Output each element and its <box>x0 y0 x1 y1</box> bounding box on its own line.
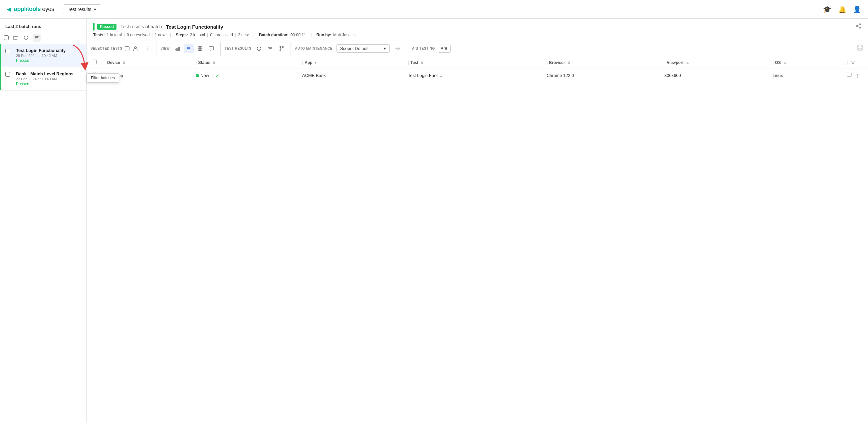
th-app[interactable]: |App ↑ <box>297 56 403 69</box>
batch-header: Passed Test results of batch: Test Login… <box>87 19 868 41</box>
comment-button[interactable] <box>847 72 852 79</box>
row-actions-cell: ⋮ <box>841 69 868 82</box>
batch-label: Test results of batch: <box>121 24 163 29</box>
status-text: New <box>200 73 209 78</box>
svg-rect-13 <box>198 47 200 48</box>
refresh-batches-button[interactable] <box>22 34 30 41</box>
sidebar-toolbar <box>0 32 86 44</box>
svg-rect-25 <box>847 73 852 76</box>
scope-dropdown[interactable]: Scope: Default ▾ <box>337 44 390 53</box>
view-label: VIEW <box>160 47 170 50</box>
th-viewport[interactable]: |Viewport ⇅ <box>659 56 767 69</box>
batch-date-1: 29 Feb 2024 at 10:42 AM <box>16 54 81 58</box>
academy-icon[interactable]: 🎓 <box>823 5 831 13</box>
save-button[interactable] <box>852 41 868 55</box>
batch-item-content-1: Test Login Functionality 29 Feb 2024 at … <box>13 48 81 63</box>
nav-icons: 🎓 🔔 👤 <box>823 5 861 13</box>
th-browser[interactable]: |Browser ⇅ <box>541 56 659 69</box>
share-button[interactable] <box>855 23 861 31</box>
runby-label: Run by: <box>316 33 332 37</box>
svg-rect-16 <box>200 49 202 51</box>
forward-button[interactable] <box>393 44 404 53</box>
bell-icon[interactable]: 🔔 <box>838 5 846 13</box>
delete-batch-button[interactable] <box>11 34 19 41</box>
svg-point-1 <box>859 24 861 25</box>
results-table: Device ⇅ |Status ⇅ |App ↑ |Test ⇅ |Brows <box>87 56 868 82</box>
status-indicator: New | ✓ <box>196 73 219 78</box>
passed-indicator <box>93 23 95 31</box>
chevron-down-icon: ▾ <box>94 7 96 12</box>
ab-testing-button[interactable]: A/B <box>438 45 451 53</box>
status-dot <box>196 74 199 77</box>
svg-point-20 <box>280 50 281 51</box>
top-nav: ◀ applitools eyes Test results ▾ 🎓 🔔 👤 <box>0 0 868 19</box>
th-device[interactable]: Device ⇅ <box>102 56 190 69</box>
comment-view-button[interactable] <box>206 44 216 53</box>
auto-maintenance-label: AUTO MAINTENANCE <box>295 47 333 50</box>
steps-total: 2 in total <box>190 33 205 37</box>
svg-rect-0 <box>13 37 17 40</box>
svg-line-5 <box>857 26 859 27</box>
batch-item-login[interactable]: Test Login Functionality 29 Feb 2024 at … <box>0 44 86 67</box>
svg-rect-21 <box>858 45 862 50</box>
svg-point-2 <box>856 25 857 27</box>
grid-view-button[interactable] <box>195 44 205 53</box>
main-layout: Last 2 batch runs <box>0 19 868 423</box>
tests-total: 1 in total <box>106 33 122 37</box>
batch-title-2: Bank - Match Level Regions <box>16 71 81 76</box>
row-viewport: 800x600 <box>659 69 767 82</box>
th-status[interactable]: |Status ⇅ <box>190 56 297 69</box>
batch-checkbox-2[interactable] <box>5 72 10 77</box>
batch-title-row: Passed Test results of batch: Test Login… <box>93 23 861 31</box>
add-person-button[interactable] <box>131 44 141 53</box>
steps-unresolved: 0 unresolved <box>210 33 233 37</box>
bar-chart-view-button[interactable] <box>173 44 182 53</box>
svg-rect-17 <box>209 47 214 50</box>
more-options-button[interactable]: ⋮ <box>142 44 152 53</box>
batch-name: Test Login Functionality <box>166 24 223 30</box>
user-icon[interactable]: 👤 <box>853 5 861 13</box>
steps-label: Steps: <box>176 33 188 37</box>
th-test[interactable]: |Test ⇅ <box>403 56 541 69</box>
tests-label: Tests: <box>93 33 104 37</box>
list-view-button[interactable] <box>184 44 194 53</box>
svg-rect-9 <box>178 47 179 51</box>
tests-unresolved: 0 unresolved <box>127 33 150 37</box>
duration-value: 00:00:11 <box>290 33 306 37</box>
th-settings[interactable]: | <box>841 56 868 69</box>
batch-item-bank[interactable]: Bank - Match Level Regions 22 Feb 2024 a… <box>0 67 86 91</box>
branch-button[interactable] <box>277 44 286 53</box>
svg-rect-8 <box>177 48 178 51</box>
duration-label: Batch duration: <box>259 33 288 37</box>
filter-results-button[interactable] <box>265 44 275 53</box>
status-checkmark-icon: ✓ <box>215 73 219 78</box>
select-all-tests-checkbox[interactable] <box>125 46 129 51</box>
row-os: Linux <box>767 69 841 82</box>
tests-new: 1 new <box>155 33 165 37</box>
row-browser: Chrome 122.0 <box>541 69 659 82</box>
row-status: New | ✓ <box>190 69 297 82</box>
batch-status-1: Passed <box>16 58 81 63</box>
row-actions: ⋮ <box>847 72 863 79</box>
svg-line-4 <box>857 25 859 26</box>
test-results-label: TEST RESULTS <box>225 47 251 50</box>
batch-item-content-2: Bank - Match Level Regions 22 Feb 2024 a… <box>13 71 81 86</box>
svg-rect-15 <box>198 49 200 51</box>
row-more-button[interactable]: ⋮ <box>855 73 860 78</box>
scope-chevron-icon: ▾ <box>384 46 386 51</box>
batch-status-bar-2 <box>0 67 1 90</box>
batch-status-bar <box>0 44 1 67</box>
svg-point-3 <box>859 27 861 28</box>
refresh-results-button[interactable] <box>254 44 264 53</box>
th-os[interactable]: |OS ⇅ <box>767 56 841 69</box>
view-dropdown[interactable]: Test results ▾ <box>63 4 101 14</box>
logo-brand: applitools <box>14 6 41 12</box>
content-area: Passed Test results of batch: Test Login… <box>87 19 868 423</box>
table-row: Desktop New | ✓ ACME Bank Test Login Fun… <box>87 69 868 82</box>
batch-date-2: 22 Feb 2024 at 10:40 AM <box>16 77 81 81</box>
batch-meta: Tests: 1 in total | 0 unresolved | 1 new… <box>93 33 861 37</box>
filter-batches-button[interactable] <box>33 34 41 41</box>
select-all-batches-checkbox[interactable] <box>4 35 9 40</box>
select-all-rows-checkbox[interactable] <box>92 60 96 64</box>
batch-checkbox-1[interactable] <box>5 49 10 53</box>
